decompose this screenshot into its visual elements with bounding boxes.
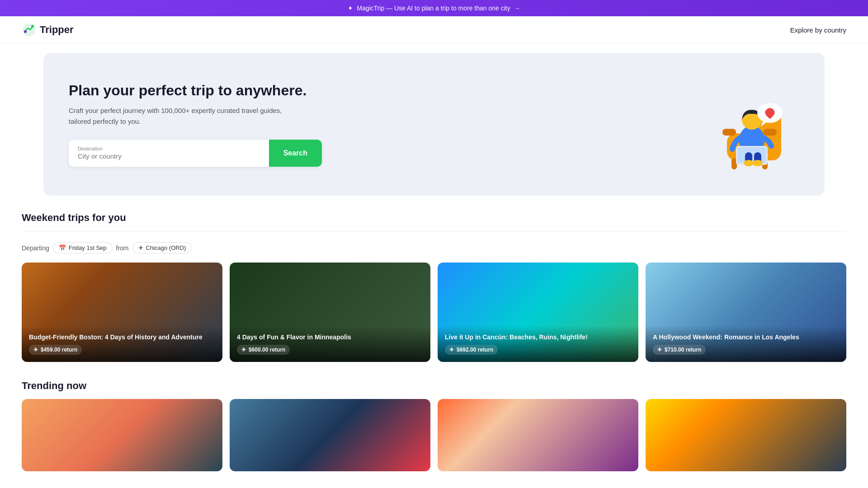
- trip-cards-grid: Budget-Friendly Boston: 4 Days of Histor…: [22, 263, 846, 362]
- promo-banner[interactable]: ✦ MagicTrip — Use AI to plan a trip to m…: [0, 0, 868, 16]
- hero-section: Plan your perfect trip to anywhere. Craf…: [22, 53, 846, 196]
- hero-container: Plan your perfect trip to anywhere. Craf…: [43, 53, 825, 196]
- logo-text: Tripper: [40, 24, 74, 36]
- plane-icon: ✈: [33, 347, 38, 353]
- card-price: ✈ $600.00 return: [237, 345, 290, 355]
- svg-point-1: [31, 25, 34, 28]
- card-overlay: A Hollywood Weekend: Romance in Los Ange…: [646, 326, 846, 362]
- logo-icon: [22, 23, 36, 37]
- date-text: Friday 1st Sep: [69, 244, 107, 251]
- trending-title: Trending now: [22, 380, 846, 392]
- search-label: Destination: [78, 146, 260, 151]
- search-input[interactable]: [78, 152, 260, 160]
- plane-icon: ✈: [138, 244, 143, 251]
- main-content: Weekend trips for you Departing 📅 Friday…: [0, 196, 868, 488]
- arrow-icon: →: [514, 5, 520, 12]
- card-overlay: Budget-Friendly Boston: 4 Days of Histor…: [22, 326, 222, 362]
- weekend-section: Weekend trips for you Departing 📅 Friday…: [22, 212, 846, 362]
- card-price: ✈ $710.00 return: [653, 345, 706, 355]
- section-divider: [22, 231, 846, 231]
- explore-country-link[interactable]: Explore by country: [790, 26, 846, 34]
- card-title: Budget-Friendly Boston: 4 Days of Histor…: [29, 333, 215, 341]
- trip-card[interactable]: Budget-Friendly Boston: 4 Days of Histor…: [22, 263, 222, 362]
- svg-rect-6: [763, 129, 777, 136]
- svg-point-2: [24, 30, 27, 33]
- card-overlay: 4 Days of Fun & Flavor in Minneapolis ✈ …: [230, 326, 430, 362]
- navbar: Tripper Explore by country: [0, 16, 868, 44]
- card-title: Live it Up in Cancún: Beaches, Ruins, Ni…: [445, 333, 631, 341]
- location-badge[interactable]: ✈ Chicago (ORD): [132, 242, 192, 253]
- trip-card[interactable]: 4 Days of Fun & Flavor in Minneapolis ✈ …: [230, 263, 430, 362]
- calendar-icon: 📅: [59, 244, 66, 251]
- search-button[interactable]: Search: [269, 140, 322, 167]
- location-text: Chicago (ORD): [146, 244, 186, 251]
- card-title: 4 Days of Fun & Flavor in Minneapolis: [237, 333, 423, 341]
- svg-rect-5: [722, 129, 736, 136]
- weekend-title: Weekend trips for you: [22, 212, 846, 224]
- hero-subtitle: Craft your perfect journey with 100,000+…: [69, 105, 295, 127]
- trip-card[interactable]: A Hollywood Weekend: Romance in Los Ange…: [646, 263, 846, 362]
- departing-label: Departing: [22, 244, 49, 252]
- banner-text: MagicTrip — Use AI to plan a trip to mor…: [357, 5, 510, 12]
- card-price: ✈ $459.00 return: [29, 345, 82, 355]
- card-title: A Hollywood Weekend: Romance in Los Ange…: [653, 333, 839, 341]
- hero-content: Plan your perfect trip to anywhere. Craf…: [69, 82, 340, 167]
- plane-icon: ✈: [657, 347, 662, 353]
- trending-card[interactable]: [22, 399, 222, 471]
- logo-link[interactable]: Tripper: [22, 23, 74, 37]
- date-badge[interactable]: 📅 Friday 1st Sep: [53, 242, 113, 253]
- trending-section: Trending now: [22, 380, 846, 471]
- sparkle-icon: ✦: [348, 5, 353, 12]
- hero-illustration: [700, 75, 799, 174]
- search-input-wrap: Destination: [69, 140, 269, 167]
- trip-card[interactable]: Live it Up in Cancún: Beaches, Ruins, Ni…: [438, 263, 638, 362]
- from-label: from: [116, 244, 129, 252]
- trending-card[interactable]: [438, 399, 638, 471]
- departing-info: Departing 📅 Friday 1st Sep from ✈ Chicag…: [22, 242, 846, 253]
- hero-title: Plan your perfect trip to anywhere.: [69, 82, 340, 99]
- card-price: ✈ $692.00 return: [445, 345, 498, 355]
- trending-cards-grid: [22, 399, 846, 471]
- svg-point-16: [744, 160, 754, 166]
- trending-card[interactable]: [230, 399, 430, 471]
- search-bar: Destination Search: [69, 140, 322, 167]
- plane-icon: ✈: [449, 347, 454, 353]
- trending-card[interactable]: [646, 399, 846, 471]
- svg-point-17: [753, 160, 763, 166]
- card-overlay: Live it Up in Cancún: Beaches, Ruins, Ni…: [438, 326, 638, 362]
- plane-icon: ✈: [241, 347, 246, 353]
